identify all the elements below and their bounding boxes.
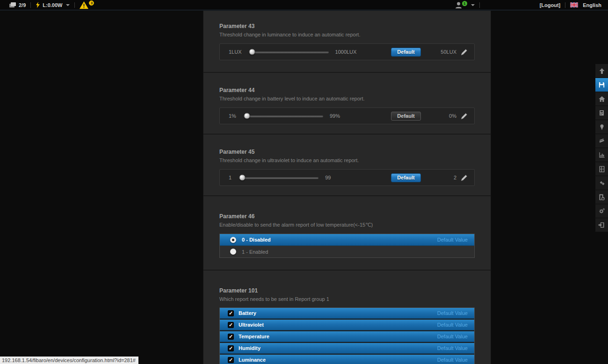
checkbox-option-temperature[interactable]: ✓ Temperature Default Value xyxy=(220,331,474,342)
parameter-value: 50LUX xyxy=(421,49,456,55)
topbar-separator xyxy=(74,2,75,8)
parameter-44-slider[interactable] xyxy=(244,115,323,117)
remote-control-icon[interactable] xyxy=(595,106,608,120)
slider-handle[interactable] xyxy=(244,113,250,119)
checkbox-option-humidity[interactable]: ✓ Humidity Default Value xyxy=(220,343,474,354)
alerts-count-badge: 3 xyxy=(89,0,94,6)
settings-gear-icon[interactable] xyxy=(595,204,608,218)
user-count-badge: 1 xyxy=(462,1,467,6)
parameter-title: Parameter 43 xyxy=(219,23,475,29)
edit-pencil-icon[interactable] xyxy=(461,174,468,181)
parameter-description: Threshold change in luminance to induce … xyxy=(219,32,475,37)
device-counter-label: 2/9 xyxy=(19,2,26,8)
parameter-46-section: Parameter 46 Enable/disable to send the … xyxy=(203,195,491,270)
device-counter[interactable]: 2/9 xyxy=(9,2,26,8)
topbar: 2/9 L:0.00W 3 xyxy=(0,0,608,10)
default-value-badge: Default Value xyxy=(437,357,468,363)
default-value-badge: Default Value xyxy=(437,237,468,243)
media-icon[interactable] xyxy=(595,134,608,148)
slider-min-label: 1 xyxy=(229,175,232,180)
parameter-value: 2 xyxy=(421,175,456,180)
uk-flag-icon xyxy=(570,2,578,7)
chevron-down-icon xyxy=(66,4,70,6)
checkbox-checked-icon[interactable]: ✓ xyxy=(228,334,234,340)
chart-icon[interactable] xyxy=(595,148,608,162)
parameter-45-control-row: 1 99 Default 2 xyxy=(219,169,475,186)
parameter-title: Parameter 44 xyxy=(219,87,475,93)
parameters-panel: Parameter 43 Threshold change in luminan… xyxy=(203,11,491,364)
parameter-45-slider[interactable] xyxy=(239,177,318,179)
default-value-badge: Default Value xyxy=(437,334,468,339)
parameter-description: Enable/disable to send the alarm report … xyxy=(219,222,475,228)
exit-icon[interactable] xyxy=(595,218,608,232)
parameter-45-section: Parameter 45 Threshold change in ultravi… xyxy=(203,134,491,195)
parameter-43-slider[interactable] xyxy=(249,51,329,53)
parameter-43-control-row: 1LUX 1000LUX Default 50LUX xyxy=(219,43,475,60)
parameter-description: Threshold change in ultraviolet to induc… xyxy=(219,157,475,163)
checkbox-option-ultraviolet[interactable]: ✓ Ultraviolet Default Value xyxy=(220,320,474,330)
radio-option-disabled[interactable]: 0 - Disabled Default Value xyxy=(220,234,474,246)
parameter-description: Which report needs to be sent in Report … xyxy=(219,296,475,302)
parameter-value: 0% xyxy=(421,113,456,119)
parameter-title: Parameter 101 xyxy=(219,287,475,294)
checkbox-option-luminance[interactable]: ✓ Luminance Default Value xyxy=(220,355,474,364)
logout-link[interactable]: [Logout] xyxy=(540,2,561,8)
checkbox-option-battery[interactable]: ✓ Battery Default Value xyxy=(220,308,474,319)
slider-max-label: 99 xyxy=(325,175,331,180)
default-value-badge: Default Value xyxy=(437,322,468,328)
side-toolbar xyxy=(595,64,608,232)
alerts-indicator[interactable]: 3 xyxy=(80,1,94,9)
default-button[interactable]: Default xyxy=(391,173,421,182)
slider-handle[interactable] xyxy=(249,49,255,55)
home-icon[interactable] xyxy=(595,92,608,106)
checkbox-checked-icon[interactable]: ✓ xyxy=(228,345,234,351)
furniture-icon[interactable] xyxy=(595,162,608,176)
parameter-43-section: Parameter 43 Threshold change in luminan… xyxy=(203,11,491,72)
parameter-44-section: Parameter 44 Threshold change in battery… xyxy=(203,72,491,134)
parameter-title: Parameter 46 xyxy=(219,213,475,220)
power-consumption-label: L:0.00W xyxy=(43,2,62,8)
option-label: Temperature xyxy=(239,334,269,339)
slider-min-label: 1LUX xyxy=(229,49,242,55)
option-label: Ultraviolet xyxy=(239,322,264,328)
checkbox-checked-icon[interactable]: ✓ xyxy=(228,357,234,363)
parameter-101-section: Parameter 101 Which report needs to be s… xyxy=(203,270,491,364)
checkbox-checked-icon[interactable]: ✓ xyxy=(228,322,234,328)
radio-selected-icon[interactable] xyxy=(230,237,236,243)
edit-pencil-icon[interactable] xyxy=(461,49,468,56)
language-label: English xyxy=(583,2,601,8)
location-pin-icon[interactable] xyxy=(595,120,608,134)
configuration-page: 2/9 L:0.00W 3 xyxy=(0,0,608,364)
arrow-up-icon[interactable] xyxy=(595,64,608,78)
default-value-badge: Default Value xyxy=(437,310,468,316)
language-selector[interactable]: English xyxy=(570,2,601,8)
default-button[interactable]: Default xyxy=(391,48,421,57)
user-icon xyxy=(455,2,462,8)
parameter-44-control-row: 1% 99% Default 0% xyxy=(219,107,475,124)
option-label: 0 - Disabled xyxy=(242,237,271,243)
parameter-101-options: ✓ Battery Default Value ✓ Ultraviolet De… xyxy=(219,307,475,364)
option-label: Humidity xyxy=(239,345,261,351)
user-menu[interactable]: 1 xyxy=(455,2,475,8)
chevron-down-icon xyxy=(471,4,475,6)
warning-triangle-icon xyxy=(80,1,88,9)
parameter-description: Threshold change in battery level to ind… xyxy=(219,96,475,101)
default-button[interactable]: Default xyxy=(391,112,421,121)
slider-handle[interactable] xyxy=(239,175,245,181)
option-label: 1 - Enabled xyxy=(242,249,268,255)
default-value-badge: Default Value xyxy=(437,345,468,351)
topbar-separator xyxy=(479,2,480,8)
checkbox-checked-icon[interactable]: ✓ xyxy=(228,310,234,316)
power-consumption-dropdown[interactable]: L:0.00W xyxy=(36,2,70,8)
option-label: Battery xyxy=(239,310,256,316)
radio-unselected-icon[interactable] xyxy=(230,249,236,255)
save-icon[interactable] xyxy=(595,78,608,92)
slider-max-label: 99% xyxy=(330,113,340,119)
slider-min-label: 1% xyxy=(229,113,236,119)
edit-pencil-icon[interactable] xyxy=(461,113,468,120)
radio-option-enabled[interactable]: 1 - Enabled xyxy=(220,246,474,257)
add-modules-icon[interactable] xyxy=(595,176,608,190)
report-sync-icon[interactable] xyxy=(595,190,608,204)
parameter-title: Parameter 45 xyxy=(219,149,475,155)
option-label: Luminance xyxy=(239,357,266,363)
